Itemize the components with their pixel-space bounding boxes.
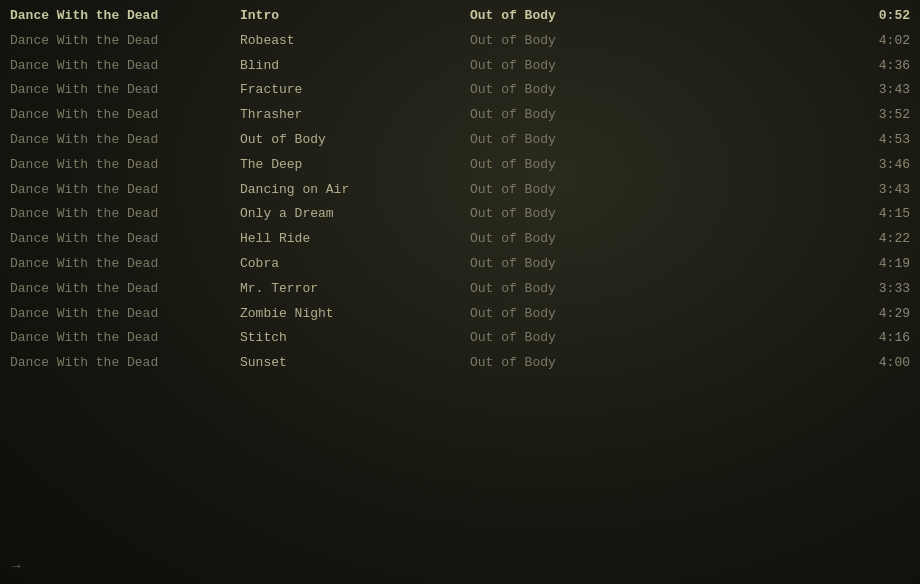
track-album: Out of Body	[470, 130, 700, 151]
track-row[interactable]: Dance With the DeadBlindOut of Body4:36	[0, 54, 920, 79]
track-duration: 3:43	[700, 80, 910, 101]
track-album: Out of Body	[470, 105, 700, 126]
track-title: Blind	[240, 56, 470, 77]
track-artist: Dance With the Dead	[10, 353, 240, 374]
track-album: Out of Body	[470, 254, 700, 275]
track-duration: 4:00	[700, 353, 910, 374]
track-title: Dancing on Air	[240, 180, 470, 201]
track-row[interactable]: Dance With the DeadHell RideOut of Body4…	[0, 227, 920, 252]
track-artist: Dance With the Dead	[10, 254, 240, 275]
track-row[interactable]: Dance With the DeadFractureOut of Body3:…	[0, 78, 920, 103]
track-artist: Dance With the Dead	[10, 80, 240, 101]
track-row[interactable]: Dance With the DeadThe DeepOut of Body3:…	[0, 153, 920, 178]
track-album: Out of Body	[470, 353, 700, 374]
track-artist: Dance With the Dead	[10, 328, 240, 349]
track-artist: Dance With the Dead	[10, 31, 240, 52]
track-artist: Dance With the Dead	[10, 105, 240, 126]
track-album: Out of Body	[470, 279, 700, 300]
track-duration: 4:22	[700, 229, 910, 250]
track-duration: 4:36	[700, 56, 910, 77]
track-artist: Dance With the Dead	[10, 304, 240, 325]
track-title: Zombie Night	[240, 304, 470, 325]
header-artist: Dance With the Dead	[10, 6, 240, 27]
track-title: Robeast	[240, 31, 470, 52]
track-row[interactable]: Dance With the DeadThrasherOut of Body3:…	[0, 103, 920, 128]
track-duration: 4:02	[700, 31, 910, 52]
track-title: Mr. Terror	[240, 279, 470, 300]
track-duration: 4:15	[700, 204, 910, 225]
track-title: Only a Dream	[240, 204, 470, 225]
track-duration: 4:53	[700, 130, 910, 151]
track-title: Thrasher	[240, 105, 470, 126]
track-album: Out of Body	[470, 229, 700, 250]
track-artist: Dance With the Dead	[10, 180, 240, 201]
track-row[interactable]: Dance With the DeadOut of BodyOut of Bod…	[0, 128, 920, 153]
track-duration: 4:16	[700, 328, 910, 349]
track-row[interactable]: Dance With the DeadOnly a DreamOut of Bo…	[0, 202, 920, 227]
track-duration: 3:46	[700, 155, 910, 176]
track-album: Out of Body	[470, 304, 700, 325]
header-duration: 0:52	[700, 6, 910, 27]
track-row[interactable]: Dance With the DeadRobeastOut of Body4:0…	[0, 29, 920, 54]
track-row[interactable]: Dance With the DeadSunsetOut of Body4:00	[0, 351, 920, 376]
track-artist: Dance With the Dead	[10, 56, 240, 77]
track-title: Out of Body	[240, 130, 470, 151]
track-artist: Dance With the Dead	[10, 204, 240, 225]
track-row[interactable]: Dance With the DeadCobraOut of Body4:19	[0, 252, 920, 277]
track-album: Out of Body	[470, 204, 700, 225]
track-artist: Dance With the Dead	[10, 155, 240, 176]
track-album: Out of Body	[470, 155, 700, 176]
track-album: Out of Body	[470, 56, 700, 77]
header-album: Out of Body	[470, 6, 700, 27]
track-duration: 3:33	[700, 279, 910, 300]
track-duration: 4:19	[700, 254, 910, 275]
track-list: Dance With the Dead Intro Out of Body 0:…	[0, 0, 920, 380]
track-title: The Deep	[240, 155, 470, 176]
track-row[interactable]: Dance With the DeadMr. TerrorOut of Body…	[0, 277, 920, 302]
track-title: Hell Ride	[240, 229, 470, 250]
header-title: Intro	[240, 6, 470, 27]
track-list-header: Dance With the Dead Intro Out of Body 0:…	[0, 4, 920, 29]
track-album: Out of Body	[470, 31, 700, 52]
track-duration: 3:43	[700, 180, 910, 201]
track-album: Out of Body	[470, 80, 700, 101]
track-row[interactable]: Dance With the DeadZombie NightOut of Bo…	[0, 302, 920, 327]
track-album: Out of Body	[470, 328, 700, 349]
scroll-arrow: →	[12, 558, 20, 574]
track-row[interactable]: Dance With the DeadStitchOut of Body4:16	[0, 326, 920, 351]
track-album: Out of Body	[470, 180, 700, 201]
track-title: Fracture	[240, 80, 470, 101]
track-row[interactable]: Dance With the DeadDancing on AirOut of …	[0, 178, 920, 203]
track-artist: Dance With the Dead	[10, 130, 240, 151]
track-title: Sunset	[240, 353, 470, 374]
track-artist: Dance With the Dead	[10, 229, 240, 250]
track-title: Stitch	[240, 328, 470, 349]
track-artist: Dance With the Dead	[10, 279, 240, 300]
track-duration: 4:29	[700, 304, 910, 325]
track-duration: 3:52	[700, 105, 910, 126]
track-title: Cobra	[240, 254, 470, 275]
